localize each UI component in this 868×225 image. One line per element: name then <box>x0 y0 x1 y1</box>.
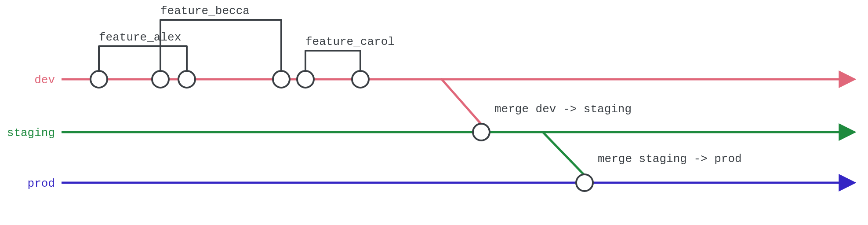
staging-branch-label: staging <box>7 126 55 140</box>
commit-node <box>273 71 290 88</box>
feature-becca-label: feature_becca <box>160 4 250 18</box>
feature-alex-bracket: feature_alex <box>99 31 187 71</box>
commit-node <box>352 71 369 88</box>
feature-alex-label: feature_alex <box>99 31 181 44</box>
merge-commit-node <box>473 124 490 140</box>
commit-node <box>152 71 169 88</box>
merge-dev-to-staging-line <box>442 79 481 124</box>
git-branch-diagram: dev staging prod feature_alex feature_be… <box>0 0 868 225</box>
commit-node <box>297 71 314 88</box>
merge-commit-node <box>576 174 593 191</box>
merge-staging-to-prod-line <box>543 132 585 175</box>
feature-carol-label: feature_carol <box>305 35 395 48</box>
merge-dev-to-staging-label: merge dev -> staging <box>494 103 632 116</box>
commit-node <box>178 71 195 88</box>
dev-branch-label: dev <box>34 74 55 87</box>
commit-node <box>91 71 107 88</box>
merge-staging-to-prod-label: merge staging -> prod <box>598 152 742 166</box>
feature-carol-bracket: feature_carol <box>305 35 395 71</box>
prod-branch-label: prod <box>28 177 55 190</box>
